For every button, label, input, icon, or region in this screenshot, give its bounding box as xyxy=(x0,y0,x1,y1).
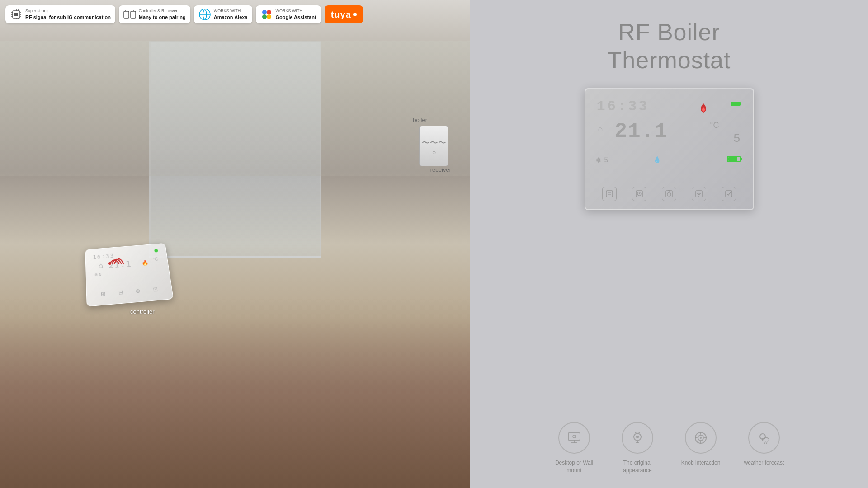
tuya-label: tuya xyxy=(331,9,351,20)
display-icon-schedule xyxy=(632,187,646,201)
tuya-dot xyxy=(353,13,357,16)
rf-signal-waves xyxy=(108,254,135,276)
mini-home-icon: ⌂ xyxy=(98,261,104,270)
features-row: Desktop or Wall mount The original appea… xyxy=(552,413,787,474)
thermostat-display-card: 16:33 ⌂ 21.1 °C 5 ❄ 5 💧 xyxy=(585,88,754,210)
knob-interaction-icon xyxy=(685,422,717,454)
display-icon-wifi xyxy=(692,187,706,201)
svg-point-36 xyxy=(667,192,671,196)
google-text: WORKS WITH Google Assistant xyxy=(276,9,316,20)
boiler-device: 〜〜〜 ⊙ xyxy=(419,126,448,166)
svg-rect-1 xyxy=(14,13,18,16)
svg-rect-42 xyxy=(568,433,580,440)
display-icon-check xyxy=(722,187,736,201)
feature-desktop-wall: Desktop or Wall mount xyxy=(552,422,597,474)
display-flame-icon xyxy=(699,103,708,117)
display-battery xyxy=(727,156,741,162)
mini-icons-row: ⊞ ⊟ ⊛ ⊡ xyxy=(90,285,168,298)
product-title: RF Boiler Thermostat xyxy=(608,18,731,75)
display-home-icon: ⌂ xyxy=(598,124,603,134)
svg-rect-28 xyxy=(606,191,613,197)
google-icon xyxy=(260,8,273,21)
display-time: 16:33 xyxy=(597,98,649,115)
receiver-label: receiver xyxy=(430,166,451,173)
display-bottom-icons xyxy=(585,187,753,201)
svg-line-59 xyxy=(766,442,767,444)
mini-icon-4: ⊡ xyxy=(153,286,158,293)
alexa-badge: WORKS WITH Amazon Alexa xyxy=(194,5,252,23)
mini-green-dot xyxy=(154,249,158,253)
display-green-indicator xyxy=(731,102,741,106)
mini-icon-2: ⊟ xyxy=(118,289,123,296)
feature-knob-interaction: Knob interaction xyxy=(678,422,723,467)
svg-point-24 xyxy=(267,10,271,14)
display-snowflake-icon: ❄ xyxy=(595,156,601,164)
display-set-temp: 5 xyxy=(733,132,741,145)
controller-receiver-text: Controller & Receiver Many to one pairin… xyxy=(139,9,186,20)
right-panel: RF Boiler Thermostat 16:33 ⌂ 21.1 °C 5 ❄… xyxy=(470,0,868,488)
desktop-wall-label: Desktop or Wall mount xyxy=(552,459,597,474)
svg-rect-14 xyxy=(124,11,129,18)
controller-text-label: controller xyxy=(130,308,154,315)
display-celsius-symbol: °C xyxy=(710,121,719,130)
mini-icon-1: ⊞ xyxy=(101,291,106,297)
google-badge: WORKS WITH Google Assistant xyxy=(256,5,321,23)
display-water-drop: 💧 xyxy=(653,156,661,163)
knob-interaction-label: Knob interaction xyxy=(681,459,721,467)
mini-flame: 🔥 xyxy=(142,260,149,266)
kitchen-photo: Super strong RF signal for sub IG commun… xyxy=(0,0,470,488)
boiler-label: boiler xyxy=(413,117,427,123)
alexa-icon xyxy=(198,8,211,21)
counter-top xyxy=(0,298,470,488)
wall-area xyxy=(0,41,470,176)
weather-forecast-icon xyxy=(748,422,780,454)
svg-point-45 xyxy=(573,435,576,438)
svg-point-56 xyxy=(700,437,702,439)
badge-bar: Super strong RF signal for sub IG commun… xyxy=(5,5,363,23)
original-appearance-icon xyxy=(622,422,653,454)
original-appearance-label: The original appearance xyxy=(615,459,660,474)
svg-point-27 xyxy=(108,262,111,265)
svg-line-58 xyxy=(764,442,765,444)
svg-point-49 xyxy=(636,436,639,438)
display-icon-manual xyxy=(602,187,617,201)
controller-receiver-badge: Controller & Receiver Many to one pairin… xyxy=(119,5,190,23)
feature-original-appearance: The original appearance xyxy=(615,422,660,474)
mini-icon-3: ⊛ xyxy=(136,287,141,294)
weather-forecast-label: weather forecast xyxy=(744,459,784,467)
svg-point-25 xyxy=(262,14,267,19)
controller-icon xyxy=(123,8,136,21)
svg-point-23 xyxy=(262,10,267,14)
chip-icon xyxy=(10,8,23,21)
svg-point-26 xyxy=(267,14,271,19)
rf-signal-badge: Super strong RF signal for sub IG commun… xyxy=(5,5,115,23)
svg-rect-17 xyxy=(131,11,136,18)
display-frost-temp: 5 xyxy=(604,156,609,164)
mini-snowflake: ❄ 5 xyxy=(94,272,102,277)
rf-signal-text: Super strong RF signal for sub IG commun… xyxy=(25,9,111,20)
tuya-badge: tuya xyxy=(325,5,363,23)
desktop-wall-icon xyxy=(558,422,590,454)
mini-celsius: °C xyxy=(152,256,158,262)
svg-point-40 xyxy=(698,196,699,197)
svg-rect-41 xyxy=(726,191,732,197)
feature-weather-forecast: weather forecast xyxy=(741,422,787,467)
alexa-text: WORKS WITH Amazon Alexa xyxy=(214,9,248,20)
display-icon-timer xyxy=(662,187,676,201)
display-main-temp: 21.1 xyxy=(615,120,668,143)
